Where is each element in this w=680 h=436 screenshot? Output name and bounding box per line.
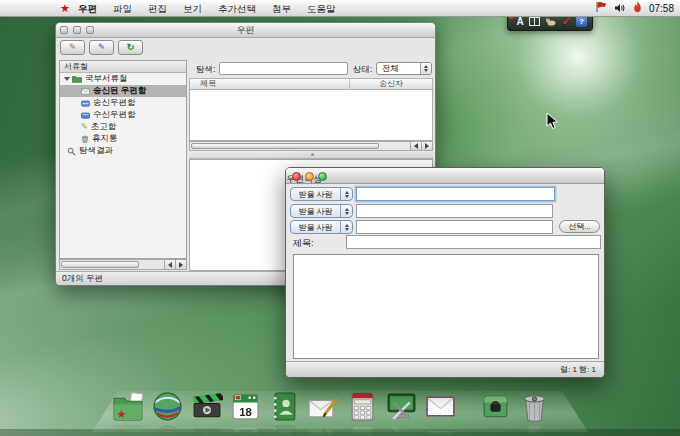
web-browser-icon [151, 390, 184, 423]
mail-window-titlebar[interactable]: 우편 [56, 23, 435, 38]
help-icon[interactable]: ? [576, 16, 587, 27]
menu-options[interactable]: 추가선택 [210, 0, 264, 17]
column-header-sender[interactable]: 송신자 [350, 79, 432, 89]
stepper-arrows-icon[interactable] [340, 221, 352, 233]
tree-item-label: 국부서류철 [85, 73, 128, 85]
minimize-button[interactable] [305, 172, 314, 181]
recipient-input-3[interactable] [356, 220, 553, 234]
stepper-arrows-icon[interactable] [420, 63, 431, 74]
red-star-icon[interactable]: ★ [60, 0, 70, 17]
zoom-button[interactable] [318, 172, 327, 181]
message-body-input[interactable] [293, 254, 599, 359]
recipient-row: 받을 사람 선택... [286, 220, 604, 234]
sent-mail-icon [81, 88, 90, 95]
menu-edit[interactable]: 편집 [140, 0, 175, 17]
inbox-icon [81, 112, 90, 119]
close-button[interactable] [60, 26, 68, 34]
archive-icon [479, 390, 512, 423]
compose-titlebar[interactable]: 우편작성 [286, 168, 604, 184]
recipient-type-label: 받을 사람 [291, 222, 340, 233]
trash-can-icon [518, 390, 551, 423]
menu-file[interactable]: 파일 [105, 0, 140, 17]
menu-bar: ★ 우편 파일 편집 보기 추가선택 첨부 도움말 07:58 [0, 0, 680, 17]
pane-splitter[interactable] [189, 151, 433, 159]
columns-tool-icon[interactable] [529, 17, 540, 26]
scrollbar-thumb[interactable] [61, 261, 139, 268]
dock: ★ [110, 385, 552, 423]
stepper-arrows-icon[interactable] [340, 205, 352, 217]
stepper-arrows-icon[interactable] [340, 188, 352, 200]
tree-item-drafts[interactable]: ✎ 초고함 [60, 121, 186, 133]
select-recipient-button[interactable]: 선택... [559, 220, 600, 233]
reply-button[interactable]: ✎ [89, 40, 114, 55]
recipient-type-dropdown[interactable]: 받을 사람 [290, 220, 353, 234]
tree-item-label: 송신된 우편함 [93, 85, 146, 97]
scroll-right-button[interactable] [421, 142, 432, 150]
desktop: ★ 우편 파일 편집 보기 추가선택 첨부 도움말 07:58 A ✓ ? [0, 0, 680, 436]
dock-item-mail-compose[interactable] [305, 385, 341, 423]
flame-icon[interactable] [633, 0, 642, 17]
close-button[interactable] [292, 172, 301, 181]
check-mail-button[interactable]: ↻ [118, 40, 143, 55]
tree-item-inbox[interactable]: 수신우편함 [60, 109, 186, 121]
menu-help[interactable]: 도움말 [299, 0, 344, 17]
dock-item-trash[interactable] [516, 385, 552, 423]
mail-window-buttons [60, 26, 94, 34]
subject-label: 제목: [293, 237, 314, 250]
drafts-pencil-icon: ✎ [81, 123, 88, 131]
tree-item-trash[interactable]: 휴지통 [60, 133, 186, 145]
search-icon [67, 147, 76, 156]
tree-item-sent-mailbox[interactable]: 송신된 우편함 [60, 85, 186, 97]
dock-item-calculator[interactable] [344, 385, 380, 423]
sidebar-header[interactable]: 서류철 [60, 61, 186, 73]
recipient-type-dropdown[interactable]: 받을 사람 [290, 187, 353, 201]
sidebar-horizontal-scrollbar[interactable] [59, 259, 187, 270]
scroll-left-button[interactable] [410, 142, 421, 150]
mouse-cursor [546, 112, 559, 134]
volume-icon[interactable] [614, 0, 626, 17]
recipient-input-2[interactable] [356, 204, 553, 218]
menu-mail[interactable]: 우편 [70, 0, 105, 17]
subject-input[interactable] [346, 235, 601, 249]
dock-item-system-settings[interactable] [383, 385, 419, 423]
recipient-type-dropdown[interactable]: 받을 사람 [290, 204, 353, 218]
scrollbar-thumb[interactable] [191, 143, 379, 149]
tree-item-label: 휴지통 [92, 133, 118, 145]
zoom-button[interactable] [86, 26, 94, 34]
scroll-right-button[interactable] [175, 260, 186, 269]
dock-item-address-book[interactable] [266, 385, 302, 423]
compose-button[interactable]: ✎ [60, 40, 85, 55]
compose-status-bar: 렬: 1 행: 1 [286, 361, 604, 377]
flag-icon[interactable] [595, 0, 607, 17]
scroll-left-button[interactable] [164, 260, 175, 269]
calculator-icon [346, 390, 379, 423]
dock-item-archive[interactable] [477, 385, 513, 423]
outbox-icon [81, 100, 90, 107]
column-header-subject[interactable]: 제목 [190, 79, 350, 89]
recipient-input-1[interactable] [356, 187, 555, 201]
tree-item-outbox[interactable]: 송신우편함 [60, 97, 186, 109]
menu-attach[interactable]: 첨부 [264, 0, 299, 17]
dock-item-web-browser[interactable] [149, 385, 185, 423]
menu-view[interactable]: 보기 [175, 0, 210, 17]
message-list-header: 제목 송신자 [189, 78, 433, 90]
recipient-row: 받을 사람 [286, 187, 604, 201]
menubar-status-area: 07:58 [595, 0, 680, 17]
chevron-down-icon[interactable] [64, 77, 70, 81]
message-list[interactable] [189, 90, 433, 141]
tree-item-label: 수신우편함 [93, 109, 136, 121]
tree-item-search-results[interactable]: 탐색결과 [60, 145, 186, 157]
minimize-button[interactable] [73, 26, 81, 34]
dock-item-mail[interactable] [422, 385, 458, 423]
dock-item-file-manager[interactable]: ★ [110, 385, 146, 423]
tree-item-local-folders[interactable]: 국부서류철 [60, 73, 186, 85]
mail-compose-icon [307, 390, 340, 423]
state-dropdown[interactable]: 전체 [376, 62, 432, 75]
trash-icon [81, 135, 89, 143]
compose-icon: ✎ [69, 42, 77, 52]
message-list-scrollbar[interactable] [189, 141, 433, 151]
recipient-row: 받을 사람 [286, 204, 604, 218]
dock-item-calendar[interactable]: 18 [227, 385, 263, 423]
search-input[interactable] [219, 62, 348, 75]
dock-item-media-player[interactable] [188, 385, 224, 423]
